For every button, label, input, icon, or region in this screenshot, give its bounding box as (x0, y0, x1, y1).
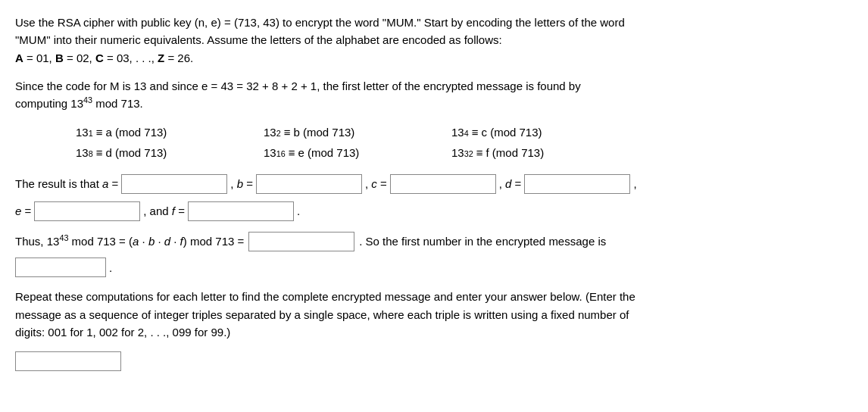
repeat-line2: message as a sequence of integer triples… (15, 308, 629, 321)
since-exp: 43 (83, 95, 92, 105)
period-1: . (297, 200, 300, 223)
d-comma: , (633, 173, 636, 195)
intro-paragraph: Use the RSA cipher with public key (n, e… (15, 14, 848, 67)
and-f-label: , and f = (143, 200, 185, 223)
final-answer-line (15, 351, 848, 371)
input-f[interactable] (188, 201, 294, 221)
input-d[interactable] (524, 174, 630, 194)
thus-prefix: Thus, 1343 mod 713 = (a · b · d · f) mod… (15, 230, 244, 253)
first-encrypted-answer-line: . (15, 258, 848, 277)
intro-line3: A = 01, B = 02, C = 03, . . ., Z = 26. (15, 52, 193, 64)
expr-13-4: 134 ≡ c (mod 713) (451, 126, 603, 139)
result-line-1: The result is that a = , b = , c = , d =… (15, 173, 848, 195)
input-abdf[interactable] (248, 232, 354, 251)
repeat-line3: digits: 001 for 1, 002 for 2, . . ., 099… (15, 326, 230, 339)
b-label: , b = (230, 173, 253, 195)
math-row-1: 131≡ a (mod 713) 132 ≡ b (mod 713) 134 ≡… (76, 126, 603, 139)
expr-13-32: 1332 ≡ f (mod 713) (451, 146, 603, 159)
repeat-line1: Repeat these computations for each lette… (15, 290, 635, 303)
since-line2: computing 1343 mod 713. (15, 97, 143, 110)
result-line-2: e = , and f = . (15, 200, 848, 223)
math-row-2: 138 ≡ d (mod 713) 1316 ≡ e (mod 713) 133… (76, 146, 603, 159)
math-equations: 131≡ a (mod 713) 132 ≡ b (mod 713) 134 ≡… (76, 126, 848, 159)
input-final-answer[interactable] (15, 351, 121, 371)
intro-line2: "MUM" into their numeric equivalents. As… (15, 33, 502, 46)
input-e[interactable] (34, 201, 140, 221)
input-c[interactable] (390, 174, 496, 194)
result-prefix: The result is that a = (15, 173, 118, 195)
intro-line1: Use the RSA cipher with public key (n, e… (15, 16, 625, 29)
expr-13-2: 132 ≡ b (mod 713) (264, 126, 415, 139)
period-2: . (109, 261, 112, 274)
thus-suffix: . So the first number in the encrypted m… (359, 230, 606, 253)
input-b[interactable] (256, 174, 362, 194)
thus-line: Thus, 1343 mod 713 = (a · b · d · f) mod… (15, 230, 848, 253)
expr-13-16: 1316 ≡ e (mod 713) (264, 146, 415, 159)
expr-13-8: 138 ≡ d (mod 713) (76, 146, 227, 159)
e-label: e = (15, 200, 31, 223)
since-paragraph: Since the code for M is 13 and since e =… (15, 77, 848, 113)
repeat-paragraph: Repeat these computations for each lette… (15, 288, 848, 341)
d-label: , d = (499, 173, 522, 195)
expr-13-1: 131≡ a (mod 713) (76, 126, 227, 139)
c-label: , c = (365, 173, 387, 195)
since-line1: Since the code for M is 13 and since e =… (15, 80, 581, 92)
input-first-encrypted[interactable] (15, 258, 106, 277)
input-a[interactable] (121, 174, 227, 194)
